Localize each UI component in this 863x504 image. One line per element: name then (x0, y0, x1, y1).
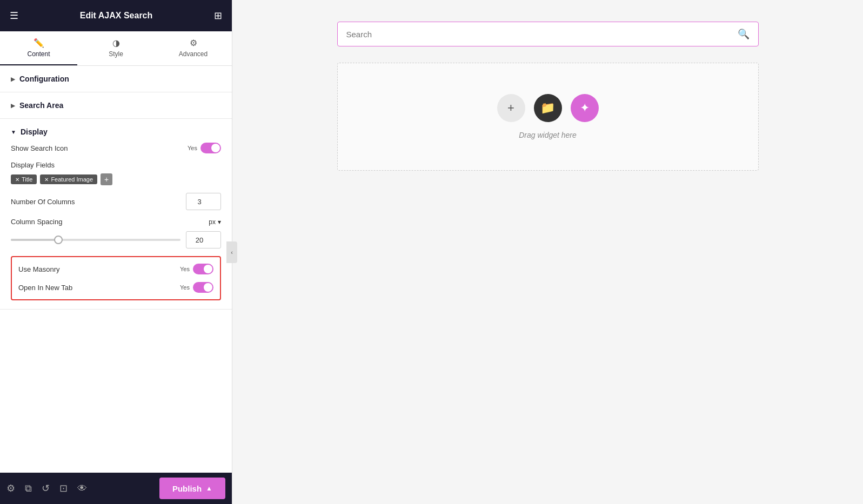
right-panel: 🔍 + 📁 ✦ Drag widget here (232, 0, 863, 504)
configuration-label: Configuration (19, 75, 69, 83)
publish-chevron-icon: ▲ (206, 485, 212, 492)
circle-half-icon: ◑ (112, 38, 120, 48)
canvas-area: 🔍 + 📁 ✦ Drag widget here (232, 0, 863, 504)
display-label: Display (21, 127, 48, 136)
preview-icon[interactable]: 👁 (77, 483, 87, 494)
tag-featured-image-remove[interactable]: ✕ (44, 177, 49, 183)
search-area-arrow-icon: ▶ (11, 103, 15, 109)
collapse-panel-button[interactable]: ‹ (226, 241, 237, 263)
search-widget-preview[interactable]: 🔍 (337, 22, 759, 46)
display-fields-label: Display Fields (11, 161, 221, 169)
tab-style-label: Style (109, 50, 123, 58)
layers-icon[interactable]: ⧉ (25, 483, 32, 494)
magic-widget-button[interactable]: ✦ (571, 94, 599, 122)
show-search-icon-label: Show Search Icon (11, 144, 68, 152)
panel-title: Edit AJAX Search (80, 11, 153, 21)
open-new-tab-row: Open In New Tab Yes (18, 282, 213, 293)
use-masonry-toggle[interactable] (193, 264, 213, 274)
config-arrow-icon: ▶ (11, 76, 15, 82)
publish-button[interactable]: Publish ▲ (159, 478, 225, 499)
left-panel: ☰ Edit AJAX Search ⊞ ✏️ Content ◑ Style … (0, 0, 232, 504)
display-arrow-icon: ▼ (11, 129, 16, 135)
tab-content[interactable]: ✏️ Content (0, 31, 77, 65)
grid-icon[interactable]: ⊞ (214, 10, 222, 22)
column-spacing-row: Column Spacing px ▾ (11, 218, 221, 226)
tag-featured-image-text: Featured Image (51, 176, 93, 183)
display-fields-tags: ✕ Title ✕ Featured Image + (11, 173, 221, 185)
use-masonry-label: Use Masonry (18, 265, 60, 273)
drag-area[interactable]: + 📁 ✦ Drag widget here (337, 63, 759, 171)
panel-header: ☰ Edit AJAX Search ⊞ (0, 0, 232, 31)
publish-label: Publish (172, 484, 202, 493)
gear-icon: ⚙ (190, 38, 197, 48)
column-spacing-slider-row (11, 231, 221, 248)
column-spacing-label: Column Spacing (11, 218, 62, 226)
unit-chevron-icon: ▾ (218, 218, 221, 226)
use-masonry-value: Yes (180, 266, 190, 272)
open-new-tab-label: Open In New Tab (18, 284, 72, 292)
history-icon[interactable]: ↺ (42, 482, 50, 494)
pencil-icon: ✏️ (34, 38, 44, 48)
column-spacing-unit-select[interactable]: px ▾ (209, 218, 221, 226)
search-area-label: Search Area (19, 101, 63, 110)
hamburger-icon[interactable]: ☰ (10, 10, 18, 22)
bottom-toolbar: ⚙ ⧉ ↺ ⊡ 👁 Publish ▲ (0, 473, 232, 504)
use-masonry-row: Use Masonry Yes (18, 264, 213, 274)
tab-content-label: Content (27, 50, 50, 58)
display-header[interactable]: ▼ Display (11, 119, 221, 143)
use-masonry-toggle-wrap: Yes (180, 264, 213, 274)
show-search-icon-value: Yes (188, 145, 197, 151)
search-widget-input[interactable] (338, 30, 729, 39)
display-fields-add-button[interactable]: + (101, 173, 112, 185)
tag-title[interactable]: ✕ Title (11, 174, 37, 184)
panel-tabs: ✏️ Content ◑ Style ⚙ Advanced (0, 31, 232, 66)
folder-widget-button[interactable]: 📁 (534, 94, 562, 122)
add-widget-button[interactable]: + (497, 94, 525, 122)
drag-icons: + 📁 ✦ (497, 94, 599, 122)
tab-advanced-label: Advanced (179, 50, 208, 58)
section-display: ▼ Display Show Search Icon Yes Display F… (0, 119, 232, 310)
open-new-tab-toggle-wrap: Yes (180, 282, 213, 293)
show-search-icon-toggle-wrap: Yes (188, 143, 221, 153)
tag-featured-image[interactable]: ✕ Featured Image (40, 174, 97, 184)
column-spacing-unit-value: px (209, 218, 216, 226)
responsive-icon[interactable]: ⊡ (59, 482, 68, 494)
number-of-columns-row: Number Of Columns (11, 193, 221, 210)
display-fields-wrap: Display Fields ✕ Title ✕ Featured Image … (11, 161, 221, 185)
number-of-columns-label: Number Of Columns (11, 198, 75, 206)
search-widget-icon: 🔍 (729, 28, 758, 40)
tab-advanced[interactable]: ⚙ Advanced (155, 31, 232, 65)
show-search-icon-toggle[interactable] (200, 143, 221, 153)
tab-style[interactable]: ◑ Style (77, 31, 155, 65)
settings-icon[interactable]: ⚙ (6, 482, 15, 494)
number-of-columns-input[interactable] (186, 193, 221, 210)
slider-thumb[interactable] (54, 236, 63, 244)
section-search-area[interactable]: ▶ Search Area (0, 92, 232, 119)
open-new-tab-toggle[interactable] (193, 282, 213, 293)
column-spacing-slider-track[interactable] (11, 239, 180, 241)
highlighted-box: Use Masonry Yes Open In New Tab Yes (11, 256, 221, 300)
tag-title-text: Title (22, 176, 32, 183)
toolbar-icons: ⚙ ⧉ ↺ ⊡ 👁 (6, 482, 87, 494)
tag-title-remove[interactable]: ✕ (15, 177, 19, 183)
section-configuration[interactable]: ▶ Configuration (0, 66, 232, 92)
show-search-icon-row: Show Search Icon Yes (11, 143, 221, 153)
open-new-tab-value: Yes (180, 284, 190, 291)
panel-content: ▶ Configuration ▶ Search Area ▼ Display … (0, 66, 232, 473)
drag-text: Drag widget here (519, 131, 577, 139)
column-spacing-input[interactable] (186, 231, 221, 248)
